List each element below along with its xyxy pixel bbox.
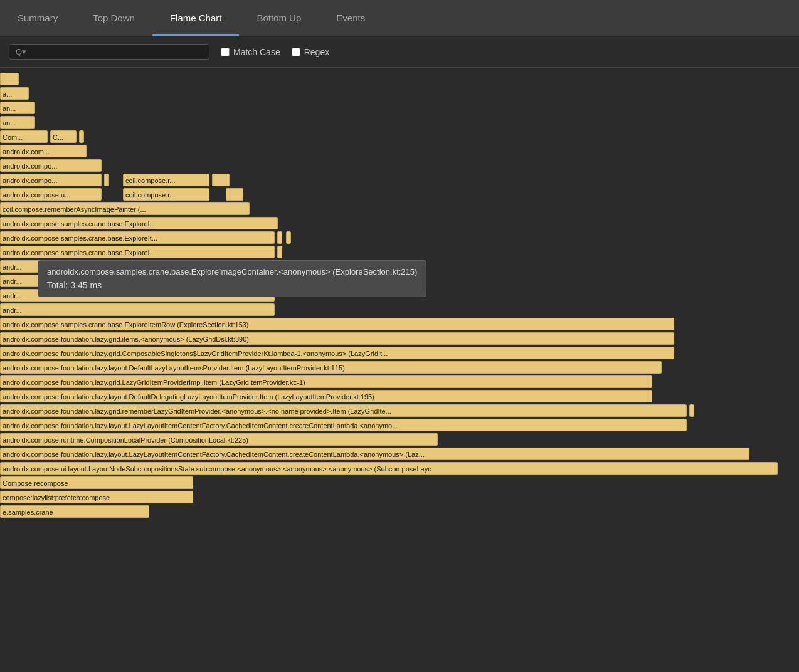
- flame-block[interactable]: androidx.compose.foundation.lazy.layout.…: [0, 361, 662, 374]
- flame-block[interactable]: [226, 188, 243, 201]
- flame-block[interactable]: androidx.com...: [0, 145, 87, 157]
- flame-block[interactable]: C...: [50, 130, 77, 143]
- search-icon: Q▾: [16, 47, 26, 56]
- flame-block[interactable]: androidx.compose.samples.crane.base.Expl…: [0, 231, 275, 244]
- flame-block[interactable]: Compose:recompose: [0, 476, 193, 489]
- match-case-option[interactable]: Match Case: [221, 47, 280, 57]
- flame-block[interactable]: an...: [0, 102, 35, 114]
- search-bar: Q▾ Match Case Regex: [0, 36, 799, 68]
- tab-top-down[interactable]: Top Down: [75, 1, 152, 36]
- tab-flame-chart[interactable]: Flame Chart: [152, 1, 240, 36]
- regex-option[interactable]: Regex: [292, 47, 329, 57]
- flame-row: androidx.compose.ui.layout.LayoutNodeSub…: [0, 462, 799, 476]
- flame-block[interactable]: androidx.compose.foundation.lazy.layout.…: [0, 390, 652, 402]
- flame-row: androidx.compose.samples.crane.base.Expl…: [0, 231, 799, 245]
- flame-block[interactable]: [104, 174, 109, 186]
- flame-chart-area[interactable]: a... an... an... Com... C... androidx.co…: [0, 68, 799, 672]
- flame-row: androidx.compose.samples.crane.base.Expl…: [0, 318, 799, 332]
- flame-block[interactable]: an...: [0, 116, 35, 129]
- search-wrapper: Q▾: [9, 44, 209, 60]
- flame-block[interactable]: coil.compose.r...: [123, 188, 209, 201]
- flame-row: andr...: [0, 303, 799, 317]
- flame-block[interactable]: Com...: [0, 130, 48, 143]
- flame-row: androidx.compo...: [0, 159, 799, 173]
- flame-block[interactable]: androidx.compo...: [0, 159, 102, 172]
- regex-checkbox[interactable]: [292, 48, 300, 56]
- flame-row: Com... C...: [0, 130, 799, 144]
- flame-block[interactable]: androidx.compose.foundation.lazy.grid.it…: [0, 332, 674, 345]
- flame-block[interactable]: andr...: [0, 303, 275, 316]
- flame-row: androidx.compose.foundation.lazy.grid.it…: [0, 332, 799, 346]
- flame-row: androidx.compose.samples.crane.base.Expl…: [0, 217, 799, 231]
- flame-row: androidx.compose.foundation.lazy.layout.…: [0, 419, 799, 433]
- flame-row: an...: [0, 102, 799, 115]
- flame-block[interactable]: androidx.compose.u...: [0, 188, 102, 201]
- flame-row: an...: [0, 116, 799, 130]
- flame-block[interactable]: androidx.compose.ui.layout.LayoutNodeSub…: [0, 462, 778, 475]
- flame-row: androidx.compo... coil.compose.r...: [0, 174, 799, 187]
- flame-block[interactable]: androidx.compose.foundation.lazy.layout.…: [0, 448, 749, 460]
- flame-row: androidx.compose.foundation.lazy.layout.…: [0, 448, 799, 461]
- flame-row: androidx.compose.foundation.lazy.grid.La…: [0, 375, 799, 389]
- flame-tooltip: androidx.compose.samples.crane.base.Expl…: [38, 260, 426, 297]
- flame-row: androidx.compose.foundation.lazy.layout.…: [0, 390, 799, 404]
- flame-block[interactable]: coil.compose.r...: [123, 174, 209, 186]
- flame-block[interactable]: compose:lazylist:prefetch:compose: [0, 491, 193, 503]
- flame-row: compose:lazylist:prefetch:compose: [0, 491, 799, 505]
- flame-row: andr... androidx.compose.samples.crane.b…: [0, 260, 799, 274]
- flame-block[interactable]: [212, 174, 230, 186]
- flame-block[interactable]: androidx.compose.foundation.lazy.layout.…: [0, 419, 687, 431]
- tab-events[interactable]: Events: [319, 1, 383, 36]
- tooltip-title: androidx.compose.samples.crane.base.Expl…: [47, 267, 417, 276]
- flame-row: androidx.com...: [0, 145, 799, 159]
- flame-block[interactable]: androidx.compose.foundation.lazy.grid.Co…: [0, 347, 674, 359]
- flame-block[interactable]: [277, 246, 282, 258]
- flame-row: androidx.compose.samples.crane.base.Expl…: [0, 246, 799, 260]
- flame-block[interactable]: e.samples.crane: [0, 505, 149, 518]
- flame-block[interactable]: androidx.compose.samples.crane.base.Expl…: [0, 246, 275, 258]
- flame-block[interactable]: [0, 73, 19, 85]
- tab-bottom-up[interactable]: Bottom Up: [239, 1, 319, 36]
- flame-block[interactable]: [277, 231, 282, 244]
- search-input[interactable]: [30, 47, 203, 56]
- flame-row: androidx.compose.runtime.CompositionLoca…: [0, 433, 799, 447]
- match-case-checkbox[interactable]: [221, 48, 230, 56]
- flame-row: e.samples.crane: [0, 505, 799, 519]
- flame-row: androidx.compose.u... coil.compose.r...: [0, 188, 799, 202]
- tab-bar: Summary Top Down Flame Chart Bottom Up E…: [0, 0, 799, 36]
- flame-block[interactable]: [286, 231, 291, 244]
- flame-row: [0, 73, 799, 87]
- flame-block[interactable]: [79, 130, 84, 143]
- flame-block[interactable]: androidx.compose.foundation.lazy.grid.re…: [0, 404, 687, 417]
- flame-row: coil.compose.rememberAsyncImagePainter (…: [0, 202, 799, 216]
- flame-block[interactable]: [689, 404, 694, 417]
- tooltip-total: Total: 3.45 ms: [47, 280, 417, 290]
- flame-block[interactable]: androidx.compose.samples.crane.base.Expl…: [0, 318, 674, 330]
- flame-row: a...: [0, 87, 799, 101]
- flame-block[interactable]: androidx.compose.runtime.CompositionLoca…: [0, 433, 438, 446]
- flame-block[interactable]: androidx.compose.samples.crane.base.Expl…: [0, 217, 278, 229]
- flame-block[interactable]: a...: [0, 87, 29, 100]
- flame-row: androidx.compose.foundation.lazy.grid.Co…: [0, 347, 799, 360]
- flame-row: Compose:recompose: [0, 476, 799, 490]
- flame-row: androidx.compose.foundation.lazy.grid.re…: [0, 404, 799, 418]
- flame-block[interactable]: androidx.compose.foundation.lazy.grid.La…: [0, 375, 652, 388]
- tab-summary[interactable]: Summary: [0, 1, 75, 36]
- flame-block[interactable]: androidx.compo...: [0, 174, 102, 186]
- flame-block[interactable]: coil.compose.rememberAsyncImagePainter (…: [0, 202, 250, 215]
- flame-row: androidx.compose.foundation.lazy.layout.…: [0, 361, 799, 375]
